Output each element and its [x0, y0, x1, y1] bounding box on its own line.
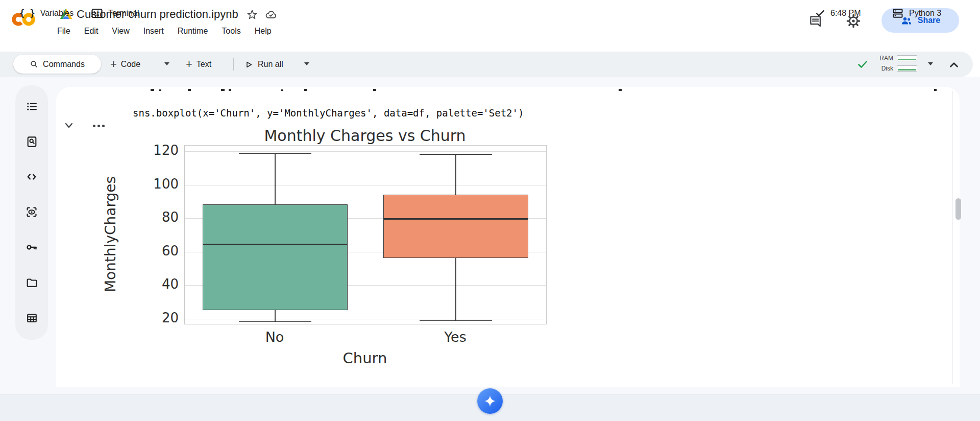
variables-braces-icon: { }: [19, 8, 35, 18]
whisker-cap-max: [420, 154, 492, 155]
plus-icon: +: [110, 59, 117, 70]
gemini-spark-icon: [482, 393, 498, 409]
kernel-label: Python 3: [909, 9, 941, 18]
search-icon: [30, 60, 38, 68]
y-tick-label: 80: [162, 209, 179, 225]
y-tick-label: 100: [153, 176, 179, 192]
run-all-button[interactable]: Run all: [244, 56, 283, 73]
terminal-icon: [91, 8, 103, 19]
x-tick-labels: NoYes: [184, 329, 546, 346]
disk-label: Disk: [876, 65, 893, 72]
ram-usage-bar: [897, 55, 917, 61]
cell-overflow-menu-icon[interactable]: [93, 125, 105, 127]
play-icon: [244, 60, 254, 69]
sidebar-item-files-folder-icon[interactable]: [25, 276, 38, 289]
toolbar-divider: [233, 58, 234, 71]
y-tick-label: 120: [153, 143, 179, 158]
menu-file[interactable]: File: [57, 27, 70, 36]
y-tick-label: 20: [162, 310, 179, 325]
vertical-scrollbar-thumb[interactable]: [955, 198, 961, 220]
add-text-label: Text: [197, 60, 211, 69]
sidebar-item-code-snippets[interactable]: [25, 170, 38, 183]
median-line: [383, 218, 528, 220]
menu-view[interactable]: View: [112, 27, 129, 36]
gridline: [185, 185, 546, 185]
connected-check-icon: [856, 58, 869, 73]
sidebar-item-find-and-replace[interactable]: [25, 135, 38, 148]
median-line: [203, 244, 347, 245]
sidebar-item-inspect-eye-icon[interactable]: [25, 205, 38, 219]
gridline: [185, 151, 546, 152]
chart-y-axis-label: MonthlyCharges: [102, 145, 122, 323]
run-all-label: Run all: [258, 60, 283, 69]
menu-help[interactable]: Help: [255, 27, 272, 36]
plot-area: [184, 145, 547, 324]
sidebar-item-table-of-contents[interactable]: [25, 100, 38, 113]
x-tick-label: No: [265, 329, 284, 345]
add-text-button[interactable]: + Text: [186, 56, 211, 73]
runtime-stack-icon: [892, 7, 904, 19]
gemini-spark-button[interactable]: [477, 388, 503, 414]
left-sidebar: [15, 85, 48, 340]
x-tick-label: Yes: [444, 329, 467, 345]
variables-label: Variables: [40, 9, 74, 18]
y-tick-label: 40: [162, 276, 179, 292]
resource-monitor[interactable]: RAM Disk: [876, 54, 917, 73]
kernel-selector[interactable]: Python 3: [892, 0, 941, 27]
collapse-header-chevron-up-icon[interactable]: [947, 58, 961, 74]
chart-title: Monthly Charges vs Churn: [184, 127, 546, 145]
terminal-label: Terminal: [108, 9, 139, 18]
ram-label: RAM: [876, 55, 893, 62]
resources-dropdown-caret[interactable]: [928, 62, 933, 65]
chart-x-axis-label: Churn: [184, 349, 546, 367]
box-no: [203, 204, 347, 311]
execution-status: 6:48 PM: [815, 0, 861, 27]
terminal-button[interactable]: Terminal: [91, 0, 139, 27]
check-icon: [815, 8, 826, 19]
commands-label: Commands: [43, 60, 85, 69]
y-tick-labels: 20406080100120: [136, 0, 179, 421]
menu-tools[interactable]: Tools: [222, 27, 240, 36]
star-icon[interactable]: [246, 9, 258, 23]
disk-usage-bar: [897, 65, 917, 72]
box-yes: [383, 195, 528, 259]
cell-right-border: [952, 91, 952, 384]
whisker-cap-min: [239, 321, 311, 322]
completion-time: 6:48 PM: [830, 9, 861, 18]
clipped-code-line: [133, 87, 949, 91]
menu-edit[interactable]: Edit: [84, 27, 99, 36]
sidebar-item-data-table-icon[interactable]: [25, 311, 38, 324]
sidebar-item-secrets-key-icon[interactable]: [25, 241, 38, 254]
cloud-saved-icon[interactable]: [264, 9, 278, 23]
y-tick-label: 60: [162, 243, 179, 259]
code-editor-line[interactable]: sns.boxplot(x='Churn', y='MonthlyCharges…: [133, 107, 524, 119]
commands-button[interactable]: Commands: [13, 55, 101, 74]
collapse-output-chevron-down-icon[interactable]: [63, 121, 75, 131]
variables-button[interactable]: { } Variables: [19, 0, 74, 27]
plus-icon: +: [186, 59, 192, 70]
cell-gutter-line: [86, 87, 86, 384]
whisker-cap-min: [420, 320, 492, 321]
gridline: [185, 319, 546, 319]
whisker-cap-max: [239, 153, 311, 154]
run-all-dropdown-caret[interactable]: [304, 62, 309, 65]
menu-runtime[interactable]: Runtime: [178, 27, 208, 36]
